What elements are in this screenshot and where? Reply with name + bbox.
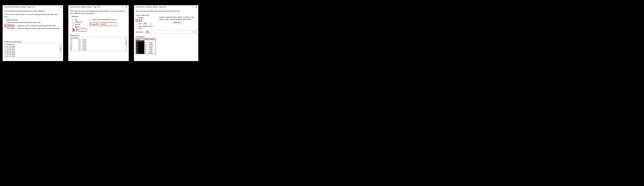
date-format-combo[interactable]: DMY▾ [143, 22, 152, 25]
wizard-step1-dialog: Convert Text to Columns Wizard - Step 1 … [2, 5, 63, 61]
preview-row: 09101982 [136, 47, 155, 49]
preview-highlight: Text Gener General BIRTHDATE071519850322… [136, 38, 156, 54]
radio-text[interactable] [136, 20, 138, 22]
preview-row: BIRTHDATE [70, 37, 125, 39]
dialog-title: Convert Text to Columns Wizard - Step 2 … [70, 6, 101, 8]
fixed-desc: - Fields are aligned in columns with spa… [16, 28, 60, 29]
checkbox-other-label[interactable]: Other: [76, 29, 80, 31]
preview-row: 702/18/1989 [5, 54, 59, 56]
preview-label: Preview of selected data: [4, 41, 62, 43]
close-button[interactable] [196, 6, 197, 8]
preview-row: 303/22/1990 [5, 47, 59, 49]
preview-row: 09 10 1982 [70, 44, 125, 46]
checkbox-space[interactable] [72, 26, 74, 28]
preview-row: 03 22 1990 [70, 41, 125, 42]
preview-row: 11 04 1978 [70, 42, 125, 44]
preview-label: Data preview [136, 36, 197, 38]
preview-row: 509/10/1982 [5, 50, 59, 52]
preview-row: 411/04/1978 [5, 49, 59, 50]
text-qualifier-combo[interactable]: {none}▾ [100, 23, 112, 26]
checkbox-semicolon-label[interactable]: Semicolon [75, 21, 82, 23]
checkbox-tab-label[interactable]: Tab [75, 19, 78, 21]
preview-headers: Text Gener General [136, 39, 155, 40]
delimited-desc: - Characters such as commas or tabs sepa… [16, 25, 56, 27]
wizard-step3-dialog: Convert Text to Columns Wizard - Step 3 … [134, 5, 198, 61]
preview-row: 07151985 [136, 42, 155, 44]
radio-text-highlight: Text [136, 19, 142, 22]
group-delimiters: Delimiters [72, 16, 127, 18]
titlebar: Convert Text to Columns Wizard - Step 1 … [3, 5, 63, 9]
titlebar: Convert Text to Columns Wizard - Step 3 … [134, 5, 198, 9]
preview-row: 806/25/1983 [5, 56, 59, 57]
qualifier-highlight: Text qualifier: {none}▾ [90, 22, 116, 26]
dialog-title: Convert Text to Columns Wizard - Step 1 … [4, 6, 35, 8]
dialog-title: Convert Text to Columns Wizard - Step 3 … [135, 6, 166, 8]
wizard-step2-dialog: Convert Text to Columns Wizard - Step 2 … [68, 5, 129, 61]
preview-row: 02 18 1989 [70, 47, 125, 49]
close-button[interactable] [60, 6, 62, 8]
preview-pane: 1BIRTHDATE207/15/1985303/22/1990411/04/1… [4, 43, 62, 57]
other-input[interactable]: / [81, 29, 84, 31]
intro-text: This screen lets you select each column … [136, 10, 197, 12]
general-note: 'General' converts numeric values to num… [159, 16, 197, 21]
radio-delimited-label[interactable]: Delimited [7, 25, 14, 27]
checkbox-tab[interactable] [72, 19, 74, 21]
radio-skip[interactable] [136, 27, 137, 28]
vertical-scrollbar[interactable] [125, 37, 127, 51]
titlebar: Convert Text to Columns Wizard - Step 2 … [68, 5, 129, 9]
other-highlight: Other: / [72, 28, 86, 32]
checkbox-comma-label[interactable]: Comma [75, 23, 80, 25]
preview-row: BIRTHDATE [136, 40, 155, 42]
horizontal-scrollbar[interactable]: ◄► [4, 57, 62, 59]
preview-row: 05 30 1995 [70, 46, 125, 47]
intro-text-2: If this is correct, choose Next, or choo… [4, 13, 62, 18]
checkbox-comma[interactable] [72, 24, 74, 25]
preview-row: 1BIRTHDATE [5, 44, 59, 45]
preview-row: 07 15 1985 [70, 39, 125, 41]
choose-label: Choose the file type that best describes… [6, 22, 62, 23]
radio-fixed-width-label[interactable]: Fixed width [7, 28, 15, 29]
preview-row: 06251983 [136, 52, 155, 54]
help-button[interactable]: ? [192, 6, 193, 8]
preview-label: Data preview [70, 35, 127, 36]
radio-delimited-highlight: Delimited [4, 24, 14, 27]
text-qualifier-label: Text qualifier: [90, 23, 100, 25]
help-button[interactable]: ? [57, 6, 58, 8]
horizontal-scrollbar[interactable]: ◄► [70, 51, 127, 53]
radio-fixed-width[interactable] [4, 28, 6, 29]
close-button[interactable] [126, 6, 128, 8]
radio-date-label[interactable]: Date: [138, 23, 142, 25]
checkbox-treat-consecutive-label[interactable]: Treat consecutive delimiters as one [92, 19, 116, 21]
checkbox-semicolon[interactable] [72, 21, 74, 23]
preview-row: 605/30/1995 [5, 52, 59, 54]
intro-text: This screen lets you set the delimiters … [70, 10, 127, 15]
group-column-data-format: Column data format [136, 14, 156, 16]
chevron-down-icon: ▾ [150, 23, 151, 24]
vertical-scrollbar[interactable] [60, 43, 61, 57]
preview-pane: BIRTHDATE 07 15 198503 22 199011 04 1978… [70, 37, 127, 51]
checkbox-space-label[interactable]: Space [75, 26, 79, 28]
radio-general-label[interactable]: General [138, 17, 144, 19]
radio-delimited[interactable] [5, 25, 6, 27]
preview-row: 207/15/1985 [5, 45, 59, 47]
destination-label: Destination: [136, 31, 144, 33]
group-original-data-type: Original data type [6, 19, 62, 21]
radio-general[interactable] [136, 17, 137, 19]
preview-row: 03221990 [136, 44, 155, 45]
radio-date[interactable] [136, 23, 137, 25]
checkbox-other[interactable] [73, 29, 74, 31]
advanced-button[interactable]: Advanced... [172, 21, 184, 24]
radio-skip-label[interactable]: Do not import column (skip) [138, 26, 156, 29]
preview-row: 02181989 [136, 50, 155, 52]
destination-input[interactable]: $B$1 [145, 31, 192, 33]
preview-row: 05301995 [136, 49, 155, 50]
radio-text-label[interactable]: Text [139, 20, 142, 22]
preview-row: 06 25 1983 [70, 49, 125, 51]
chevron-down-icon: ▾ [111, 24, 112, 25]
checkbox-treat-consecutive[interactable] [90, 19, 91, 21]
range-selector-button[interactable]: ↥ [194, 31, 197, 33]
help-button[interactable]: ? [122, 6, 124, 8]
intro-text-1: The Text Wizard has determined that your… [4, 10, 62, 12]
preview-row: 11041978 [136, 45, 155, 47]
